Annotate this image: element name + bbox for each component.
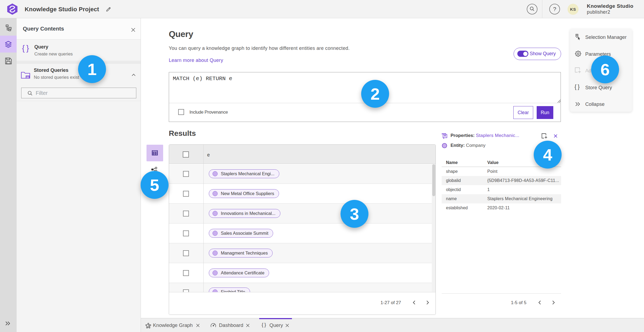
- svg-text:?: ?: [553, 6, 556, 12]
